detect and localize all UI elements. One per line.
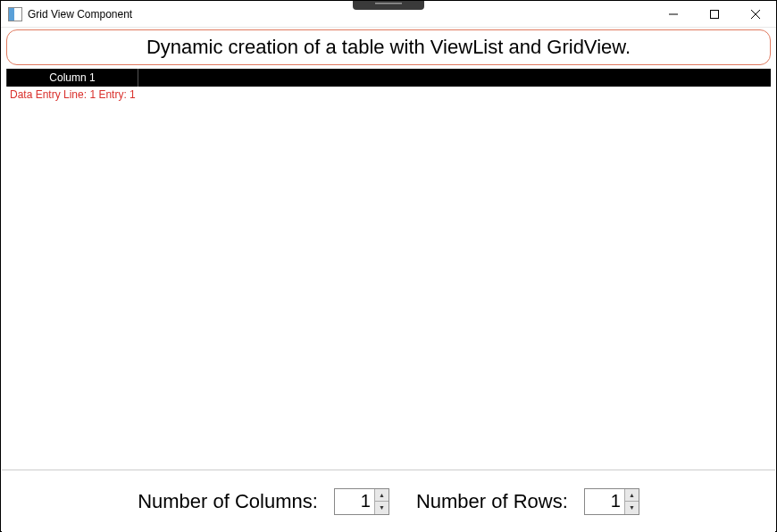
- close-icon: [751, 10, 760, 19]
- chevron-up-icon: ▲: [629, 492, 635, 498]
- columns-decrement-button[interactable]: ▼: [375, 502, 388, 514]
- rows-spinner: ▲ ▼: [584, 488, 639, 515]
- heading-box: Dynamic creation of a table with ViewLis…: [6, 29, 771, 65]
- rows-label: Number of Rows:: [416, 490, 568, 513]
- grid-view: Column 1 Data Entry Line: 1 Entry: 1: [6, 69, 771, 444]
- drag-handle-icon: [375, 3, 402, 4]
- page-title: Dynamic creation of a table with ViewLis…: [16, 36, 761, 59]
- maximize-icon: [710, 10, 719, 19]
- columns-increment-button[interactable]: ▲: [375, 489, 388, 503]
- rows-spinner-buttons: ▲ ▼: [624, 489, 639, 514]
- grid-body: Data Entry Line: 1 Entry: 1: [6, 87, 771, 444]
- titlebar-drag-handle[interactable]: [353, 0, 424, 10]
- window-title: Grid View Component: [28, 8, 132, 21]
- chevron-down-icon: ▼: [629, 504, 635, 511]
- window-controls: [653, 1, 776, 27]
- minimize-button[interactable]: [653, 1, 694, 27]
- chevron-up-icon: ▲: [379, 492, 385, 498]
- cell-value: Data Entry Line: 1 Entry: 1: [10, 88, 136, 101]
- rows-decrement-button[interactable]: ▼: [625, 502, 639, 514]
- chevron-down-icon: ▼: [379, 504, 385, 511]
- content-area: Dynamic creation of a table with ViewLis…: [1, 29, 776, 444]
- columns-label: Number of Columns:: [138, 490, 318, 513]
- grid-header: Column 1: [6, 69, 771, 87]
- bottom-bar: Number of Columns: ▲ ▼ Number of Rows: ▲: [2, 470, 775, 532]
- columns-spinner-buttons: ▲ ▼: [374, 489, 388, 514]
- grid-header-rest: [138, 69, 771, 87]
- close-button[interactable]: [735, 1, 776, 27]
- titlebar: Grid View Component: [1, 1, 776, 28]
- column-header[interactable]: Column 1: [6, 69, 138, 87]
- columns-input[interactable]: [335, 489, 374, 514]
- minimize-icon: [669, 10, 678, 19]
- titlebar-left: Grid View Component: [8, 7, 132, 21]
- table-row[interactable]: Data Entry Line: 1 Entry: 1: [6, 87, 771, 103]
- columns-control: Number of Columns: ▲ ▼: [138, 488, 389, 515]
- rows-control: Number of Rows: ▲ ▼: [416, 488, 639, 515]
- columns-spinner: ▲ ▼: [334, 488, 389, 515]
- rows-input[interactable]: [585, 489, 624, 514]
- rows-increment-button[interactable]: ▲: [625, 489, 639, 503]
- svg-rect-1: [711, 10, 719, 18]
- app-icon: [8, 7, 22, 21]
- maximize-button[interactable]: [694, 1, 735, 27]
